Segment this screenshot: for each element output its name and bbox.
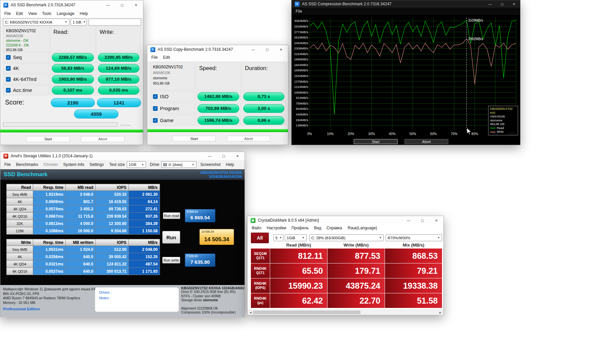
iso-checkbox[interactable]: ✓: [153, 94, 158, 99]
menu-language[interactable]: Language: [54, 10, 77, 17]
acctime-checkbox[interactable]: ✓: [6, 88, 11, 93]
titlebar[interactable]: ◍ CrystalDiskMark 8.0.5 x64 [Admin] — ▢ …: [248, 216, 443, 225]
4k64-checkbox[interactable]: ✓: [6, 77, 11, 82]
menu-view[interactable]: View: [26, 10, 39, 17]
seq1m-q1t1-row-button[interactable]: SEQ1MQ1T1: [251, 249, 270, 263]
close-button[interactable]: ✕: [429, 216, 443, 225]
maximize-button[interactable]: ▢: [260, 45, 274, 54]
maximize-button[interactable]: ▢: [217, 152, 231, 160]
rnd4k-latency-write-value[interactable]: 22.70: [328, 293, 385, 308]
run-all-button[interactable]: All: [251, 233, 269, 243]
rnd4k-iops-row-button[interactable]: RND4K(IOPS): [251, 278, 270, 293]
menu-system-info[interactable]: System Info: [60, 161, 87, 168]
device-capacity-firmware: 1024GB/ANXA0106: [200, 175, 242, 179]
titlebar[interactable]: A AS SSD Benchmark 2.0.7316.34247 — ▢ ✕: [0, 0, 143, 10]
maximize-button[interactable]: ▢: [415, 216, 429, 225]
run-write-button[interactable]: Run write: [162, 257, 180, 263]
rnd4k-write-value[interactable]: 179.71: [328, 263, 385, 278]
drives-notes-box[interactable]: Drives : Notes :: [95, 287, 179, 312]
abort-button[interactable]: Abort: [81, 136, 124, 142]
iops: 239 939.54: [96, 213, 129, 220]
test-count-select[interactable]: 5 ▼: [273, 234, 283, 241]
seq1m-mix-value[interactable]: 868.53: [385, 249, 442, 263]
drive-select[interactable]: C: KBG50ZNV1T02 KIOXIA ▼: [3, 19, 69, 26]
close-button[interactable]: ✕: [231, 152, 245, 160]
program-checkbox[interactable]: ✓: [153, 106, 158, 111]
start-button[interactable]: Start: [354, 139, 398, 144]
iops: 9 204.66: [96, 227, 129, 235]
result-name-input[interactable]: [89, 19, 141, 26]
titlebar[interactable]: A AS SSD Compression-Benchmark 2.0.7316.…: [292, 0, 520, 8]
acctime-write-cell: 0,035 ms: [96, 85, 141, 95]
minimize-button[interactable]: —: [484, 0, 496, 8]
menu-help[interactable]: Справка: [324, 225, 345, 231]
horizontal-scrollbar[interactable]: ◄ ►: [248, 310, 443, 315]
minimize-button[interactable]: —: [203, 152, 217, 160]
iso-duration-value: 0,73 s: [243, 92, 284, 101]
scroll-right-arrow[interactable]: ►: [438, 310, 443, 315]
menu-iometer[interactable]: IOmeter: [41, 161, 60, 168]
titlebar[interactable]: A AS SSD Copy-Benchmark 2.0.7316.34247 —…: [147, 45, 288, 54]
close-button[interactable]: ✕: [508, 0, 520, 8]
menu-file[interactable]: File: [149, 54, 160, 61]
mix-ratio-select[interactable]: R70%/W30% ▼: [386, 234, 442, 241]
minimize-button[interactable]: —: [246, 45, 260, 54]
menu-benchmarks[interactable]: Benchmarks: [13, 161, 41, 168]
start-button[interactable]: Start: [26, 136, 70, 142]
menu-settings[interactable]: Settings: [87, 161, 107, 168]
rnd4k-q1t1-row-button[interactable]: RND4KQ1T1: [251, 263, 270, 278]
seq-checkbox[interactable]: ✓: [6, 55, 11, 60]
menu-profile[interactable]: Профиль: [289, 225, 311, 231]
menu-edit[interactable]: Edit: [160, 54, 173, 61]
test-size-select[interactable]: 1 GB ▼: [71, 19, 87, 26]
rnd4k-read-value[interactable]: 65.50: [270, 263, 327, 278]
menu-file[interactable]: File: [2, 161, 13, 168]
game-checkbox[interactable]: ✓: [153, 118, 158, 123]
menu-file[interactable]: File: [293, 8, 305, 15]
start-button[interactable]: Start: [173, 136, 216, 141]
menu-file[interactable]: File: [2, 10, 13, 17]
scroll-left-arrow[interactable]: ◄: [248, 310, 253, 315]
menu-settings[interactable]: Настройки: [264, 225, 289, 231]
rnd4k-iops-mix-value[interactable]: 19338.38: [385, 278, 442, 293]
run-read-button[interactable]: Run read: [163, 212, 180, 219]
rnd4k-latency-read-value[interactable]: 62.42: [270, 293, 327, 308]
target-drive-select[interactable]: C: 28% (83/300GiB) ▼: [309, 234, 384, 241]
acctime-write-value: 0,035 ms: [98, 86, 139, 95]
rnd4k-iops-read-value[interactable]: 15990.23: [270, 278, 327, 293]
menu-tools[interactable]: Tools: [39, 10, 54, 17]
maximize-button[interactable]: ▢: [115, 0, 129, 10]
run-button[interactable]: Run: [162, 231, 180, 244]
maximize-button[interactable]: ▢: [496, 0, 508, 8]
close-button[interactable]: ✕: [129, 0, 143, 10]
scrollbar-thumb[interactable]: [253, 311, 360, 314]
close-button[interactable]: ✕: [274, 45, 288, 54]
resp-time: 0.1086ms: [33, 227, 66, 235]
rnd4k-latency-row-button[interactable]: RND4K(µs): [251, 293, 270, 308]
drive-select[interactable]: d: [data] ▼: [161, 161, 196, 168]
test-size-select[interactable]: 1GB ▼: [127, 161, 146, 168]
menu-screenshot[interactable]: Screenshot: [198, 161, 223, 168]
iops: 300 013.71: [96, 268, 129, 275]
minimize-button[interactable]: —: [101, 0, 115, 10]
seq1m-write-value[interactable]: 877.53: [328, 249, 385, 263]
menu-file[interactable]: Файл: [249, 225, 264, 231]
4k-checkbox[interactable]: ✓: [6, 66, 11, 71]
resp-time: 1.9531ms: [33, 246, 66, 253]
menu-language[interactable]: Язык(Language): [345, 225, 380, 231]
abort-button[interactable]: Abort: [405, 139, 448, 144]
minimize-button[interactable]: —: [402, 216, 415, 225]
rnd4k-latency-mix-value[interactable]: 51.58: [385, 293, 442, 308]
test-size-select[interactable]: 1GiB ▼: [285, 234, 307, 241]
table-row: 4K QD16 0.0667ms 11 715.8 239 939.54 937…: [7, 213, 160, 220]
menu-edit[interactable]: Edit: [13, 10, 26, 17]
abort-button[interactable]: Abort: [227, 136, 270, 141]
titlebar[interactable]: ⚒ Anvil's Storage Utilities 1.1.0 (2014-…: [0, 152, 245, 160]
menu-view[interactable]: Вид: [311, 225, 324, 231]
rnd4k-mix-value[interactable]: 79.21: [385, 263, 442, 278]
drives-label: Drives :: [99, 290, 175, 295]
menu-help[interactable]: Help: [77, 10, 91, 17]
seq1m-read-value[interactable]: 812.11: [270, 249, 327, 263]
menu-help[interactable]: Help: [223, 161, 237, 168]
rnd4k-iops-write-value[interactable]: 43875.24: [328, 278, 385, 293]
